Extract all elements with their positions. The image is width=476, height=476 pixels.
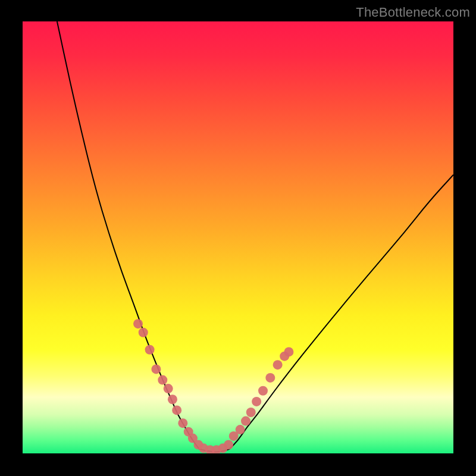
point-markers-left [145, 345, 155, 355]
point-markers-right [236, 425, 245, 434]
series-left-curve [57, 21, 199, 449]
point-markers-left [172, 405, 181, 415]
point-markers-right [273, 360, 283, 369]
watermark-text: TheBottleneck.com [356, 5, 470, 20]
point-markers-left [133, 319, 143, 328]
point-markers-left [164, 384, 173, 393]
scatter-layer [133, 319, 293, 453]
point-markers-right [246, 408, 256, 417]
point-markers-left [139, 328, 148, 337]
point-markers-left [151, 364, 161, 374]
point-markers-right [241, 416, 250, 426]
series-right-curve [230, 175, 453, 449]
point-markers-left [158, 375, 167, 385]
point-markers-left [178, 418, 187, 428]
chart-frame: TheBottleneck.com [0, 0, 476, 476]
point-markers-right [284, 347, 293, 356]
point-markers-right [258, 386, 268, 396]
line-series-layer [57, 21, 453, 452]
point-markers-right [252, 397, 261, 406]
point-markers-bottom [224, 440, 233, 449]
chart-overlay [23, 21, 453, 453]
point-markers-left [168, 394, 177, 404]
plot-area [23, 21, 453, 453]
point-markers-right [265, 373, 275, 383]
